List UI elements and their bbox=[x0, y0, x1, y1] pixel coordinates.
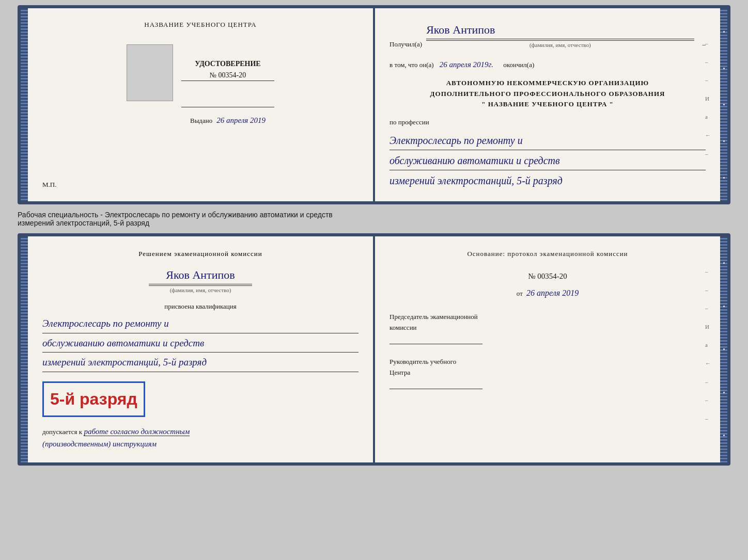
mp-label: М.П. bbox=[42, 181, 56, 188]
profession-section: по профессии Электрослесарь по ремонту и… bbox=[389, 117, 706, 189]
right-spine-bottom bbox=[720, 236, 727, 462]
issued-date: 26 апреля 2019 bbox=[216, 116, 266, 124]
allowed-label: допускается к bbox=[42, 428, 82, 436]
specialty-section: Электрослесарь по ремонту и обслуживанию… bbox=[389, 132, 706, 189]
right-margin-bottom: – – – И а ← – – – bbox=[705, 267, 711, 423]
chairman-label2: комиссии bbox=[389, 323, 706, 333]
profession-label: по профессии bbox=[389, 117, 706, 128]
chairman-signature bbox=[389, 344, 482, 344]
top-left-content: НАЗВАНИЕ УЧЕБНОГО ЦЕНТРА УДОСТОВЕРЕНИЕ №… bbox=[42, 21, 359, 189]
basis-label: Основание: протокол экаменационной комис… bbox=[467, 250, 628, 258]
protocol-date-label: от bbox=[517, 290, 523, 297]
recipient-sub-label: (фамилия, имя, отчество) bbox=[426, 40, 694, 50]
document-container: НАЗВАНИЕ УЧЕБНОГО ЦЕНТРА УДОСТОВЕРЕНИЕ №… bbox=[18, 5, 730, 466]
chairman-label: Председатель экаменационной bbox=[389, 312, 706, 323]
qual-line3: измерений электростанций, 5-й разряд bbox=[42, 355, 359, 372]
bottom-qual-lines: Электрослесарь по ремонту и обслуживанию… bbox=[42, 316, 359, 372]
protocol-number-section: № 00354-20 bbox=[389, 270, 706, 282]
top-right-page: Получил(а) Яков Антипов (фамилия, имя, о… bbox=[375, 8, 720, 201]
in-that-section: в том, что он(а) 26 апреля 2019г. окончи… bbox=[389, 58, 706, 71]
head-label2: Центра bbox=[389, 367, 706, 378]
org-line2: ДОПОЛНИТЕЛЬНОГО ПРОФЕССИОНАЛЬНОГО ОБРАЗО… bbox=[389, 89, 706, 100]
protocol-date-section: от 26 апреля 2019 bbox=[389, 286, 706, 300]
qualification-label: присвоена квалификация bbox=[164, 302, 236, 310]
bottom-book: Решением экаменационной комиссии Яков Ан… bbox=[18, 233, 730, 466]
head-signature bbox=[389, 389, 482, 389]
qual-line2: обслуживанию автоматики и средств bbox=[42, 335, 359, 353]
recipient-name: Яков Антипов bbox=[426, 23, 495, 36]
basis-section: Основание: протокол экаменационной комис… bbox=[389, 249, 706, 260]
bottom-left-page: Решением экаменационной комиссии Яков Ан… bbox=[28, 236, 373, 462]
completed-label: окончил(а) bbox=[503, 61, 534, 69]
left-spine-bottom bbox=[21, 236, 28, 462]
top-book: НАЗВАНИЕ УЧЕБНОГО ЦЕНТРА УДОСТОВЕРЕНИЕ №… bbox=[18, 5, 730, 204]
protocol-date: 26 апреля 2019 bbox=[526, 289, 579, 297]
cert-label: УДОСТОВЕРЕНИЕ bbox=[181, 60, 274, 68]
qualification-label-section: присвоена квалификация bbox=[42, 301, 359, 312]
grade-badge-section: 5-й разряд bbox=[42, 377, 359, 421]
right-spine-top bbox=[720, 8, 727, 201]
allowed-text2: (производственным) инструкциям bbox=[42, 438, 359, 450]
commission-label: Решением экаменационной комиссии bbox=[42, 249, 359, 260]
grade-badge-text: 5-й разряд bbox=[50, 390, 137, 408]
org-line1: АВТОНОМНУЮ НЕКОММЕРЧЕСКУЮ ОРГАНИЗАЦИЮ bbox=[389, 78, 706, 89]
bottom-right-page: Основание: протокол экаменационной комис… bbox=[375, 236, 720, 462]
top-center-title: НАЗВАНИЕ УЧЕБНОГО ЦЕНТРА bbox=[42, 21, 359, 29]
issued-label: Выдано bbox=[190, 117, 212, 124]
in-that-label: в том, что он(а) bbox=[389, 61, 434, 69]
specialty-line3: измерений электростанций, 5-й разряд bbox=[389, 172, 706, 189]
bottom-person-name: Яков Антипов bbox=[42, 266, 359, 284]
between-label-text: Рабочая специальность - Электрослесарь п… bbox=[18, 211, 333, 227]
received-label: Получил(а) bbox=[389, 39, 422, 50]
completed-date: 26 апреля 2019г. bbox=[440, 60, 493, 69]
protocol-number: № 00354-20 bbox=[528, 272, 567, 280]
chairman-section: Председатель экаменационной комиссии bbox=[389, 312, 706, 344]
specialty-line1: Электрослесарь по ремонту и bbox=[389, 132, 706, 150]
specialty-line2: обслуживанию автоматики и средств bbox=[389, 152, 706, 170]
cert-number: № 00354-20 bbox=[210, 71, 246, 79]
top-left-page: НАЗВАНИЕ УЧЕБНОГО ЦЕНТРА УДОСТОВЕРЕНИЕ №… bbox=[28, 8, 373, 201]
grade-badge: 5-й разряд bbox=[42, 381, 145, 417]
between-label: Рабочая специальность - Электрослесарь п… bbox=[18, 209, 730, 229]
allowed-section: допускается к работе согласно должностны… bbox=[42, 425, 359, 450]
allowed-text: работе согласно должностным bbox=[84, 427, 190, 436]
bottom-person-section: Яков Антипов (фамилия, имя, отчество) bbox=[42, 266, 359, 295]
org-section: АВТОНОМНУЮ НЕКОММЕРЧЕСКУЮ ОРГАНИЗАЦИЮ ДО… bbox=[389, 78, 706, 110]
photo-placeholder bbox=[127, 44, 173, 101]
head-section: Руководитель учебного Центра bbox=[389, 357, 706, 389]
left-spine-top bbox=[21, 8, 28, 201]
right-margin-top: – – – И а ← – bbox=[705, 39, 711, 158]
qual-line1: Электрослесарь по ремонту и bbox=[42, 316, 359, 333]
recipient-section: Получил(а) Яков Антипов (фамилия, имя, о… bbox=[389, 21, 706, 50]
head-label: Руководитель учебного bbox=[389, 357, 706, 367]
bottom-person-sublabel: (фамилия, имя, отчество) bbox=[149, 285, 252, 295]
org-line3: " НАЗВАНИЕ УЧЕБНОГО ЦЕНТРА " bbox=[389, 99, 706, 110]
